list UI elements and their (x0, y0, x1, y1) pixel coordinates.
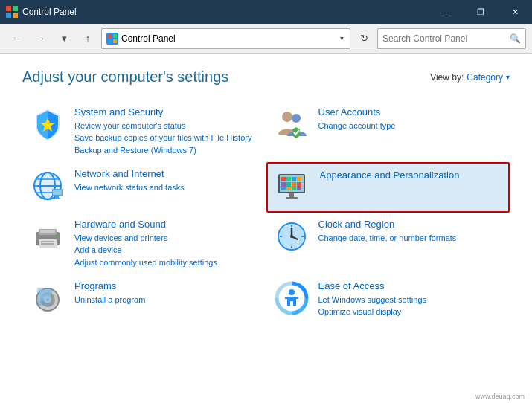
user-accounts-icon (274, 106, 310, 142)
ease-of-access-name[interactable]: Ease of Access (318, 280, 503, 293)
appearance-personalization-icon (275, 170, 311, 205)
programs-name[interactable]: Programs (74, 280, 259, 293)
appearance-personalization-text: Appearance and Personalization (320, 170, 501, 184)
user-accounts-links: Change account type (318, 120, 503, 132)
appearance-personalization-name[interactable]: Appearance and Personalization (320, 170, 501, 182)
search-icon[interactable]: 🔍 (510, 33, 521, 44)
network-internet-link-1[interactable]: View network status and tasks (74, 182, 259, 193)
svg-point-49 (290, 235, 293, 238)
svg-point-63 (289, 289, 295, 295)
refresh-button[interactable]: ↻ (353, 28, 374, 49)
page-header: Adjust your computer's settings View by:… (22, 68, 510, 86)
svg-rect-29 (292, 182, 296, 187)
category-programs[interactable]: Programs Uninstall a program (22, 274, 266, 324)
ease-of-access-text: Ease of Access Let Windows suggest setti… (318, 280, 503, 318)
network-internet-text: Network and Internet View network status… (74, 168, 259, 193)
svg-rect-20 (54, 198, 60, 199)
view-by-value[interactable]: Category (467, 72, 503, 83)
hardware-sound-name[interactable]: Hardware and Sound (74, 219, 259, 231)
address-dropdown-button[interactable]: ▾ (339, 34, 345, 42)
titlebar-title: Control Panel (22, 7, 77, 17)
ease-of-access-link-1[interactable]: Let Windows suggest settings (318, 294, 503, 306)
svg-rect-1 (13, 6, 18, 11)
system-security-name[interactable]: System and Security (74, 106, 259, 119)
svg-rect-18 (53, 190, 62, 195)
system-security-link-2[interactable]: Save backup copies of your files with Fi… (74, 132, 259, 144)
network-internet-name[interactable]: Network and Internet (74, 168, 259, 181)
svg-rect-26 (297, 177, 301, 181)
svg-rect-31 (281, 187, 286, 190)
category-network-internet[interactable]: Network and Internet View network status… (22, 162, 266, 213)
user-accounts-text: User Accounts Change account type (318, 106, 503, 132)
svg-rect-5 (113, 34, 117, 38)
categories-grid: System and Security Review your computer… (22, 100, 510, 324)
hardware-sound-icon (30, 219, 65, 254)
svg-rect-4 (108, 34, 112, 38)
svg-rect-28 (286, 182, 291, 187)
clock-region-links: Change date, time, or number formats (318, 233, 503, 244)
system-security-icon (30, 106, 65, 142)
view-by-arrow-icon[interactable]: ▾ (506, 73, 510, 81)
address-icon (106, 33, 118, 45)
svg-rect-7 (113, 39, 117, 43)
address-bar: Control Panel ▾ (101, 28, 350, 49)
svg-rect-27 (281, 182, 286, 187)
forward-button[interactable]: → (30, 28, 51, 49)
user-accounts-link-1[interactable]: Change account type (318, 120, 503, 132)
titlebar-controls: — ❐ ✕ (429, 0, 532, 24)
svg-rect-33 (292, 187, 296, 190)
ease-of-access-link-2[interactable]: Optimize visual display (318, 306, 503, 317)
hardware-sound-link-2[interactable]: Add a device (74, 245, 259, 256)
minimize-button[interactable]: — (429, 0, 464, 24)
hardware-sound-text: Hardware and Sound View devices and prin… (74, 219, 259, 268)
svg-rect-0 (6, 6, 11, 11)
category-system-security[interactable]: System and Security Review your computer… (22, 100, 266, 162)
titlebar-app-icon (6, 6, 18, 18)
maximize-button[interactable]: ❐ (464, 0, 498, 24)
hardware-sound-link-3[interactable]: Adjust commonly used mobility settings (74, 257, 259, 268)
clock-region-name[interactable]: Clock and Region (318, 219, 503, 231)
category-ease-of-access[interactable]: Ease of Access Let Windows suggest setti… (266, 274, 510, 324)
clock-region-link-1[interactable]: Change date, time, or number formats (318, 233, 503, 244)
recent-locations-button[interactable]: ▾ (54, 28, 74, 49)
user-accounts-name[interactable]: User Accounts (318, 106, 503, 119)
svg-rect-61 (39, 289, 51, 301)
programs-link-1[interactable]: Uninstall a program (74, 294, 259, 306)
svg-rect-40 (41, 241, 54, 242)
category-user-accounts[interactable]: User Accounts Change account type (266, 100, 510, 162)
system-security-link-3[interactable]: Backup and Restore (Windows 7) (74, 145, 259, 156)
system-security-link-1[interactable]: Review your computer's status (74, 120, 259, 132)
programs-text: Programs Uninstall a program (74, 280, 259, 306)
ease-of-access-icon (274, 280, 310, 316)
view-by-label: View by: (430, 72, 464, 83)
watermark: www.deuaq.com (475, 393, 525, 400)
svg-point-9 (282, 112, 292, 122)
ease-of-access-links: Let Windows suggest settings Optimize vi… (318, 294, 503, 318)
network-internet-icon (30, 168, 65, 204)
svg-point-10 (292, 114, 301, 123)
svg-rect-23 (281, 177, 286, 181)
close-button[interactable]: ✕ (498, 0, 532, 24)
system-security-text: System and Security Review your computer… (74, 106, 259, 156)
up-button[interactable]: ↑ (77, 28, 98, 49)
back-button[interactable]: ← (6, 28, 27, 49)
titlebar-left: Control Panel (6, 6, 77, 18)
programs-icon (30, 280, 65, 316)
address-text: Control Panel (121, 33, 336, 44)
content-area: Adjust your computer's settings View by:… (0, 54, 532, 403)
clock-region-icon (274, 219, 310, 254)
system-security-links: Review your computer's status Save backu… (74, 120, 259, 156)
svg-rect-43 (40, 230, 55, 233)
category-appearance-personalization[interactable]: Appearance and Personalization (266, 162, 510, 213)
titlebar: Control Panel — ❐ ✕ (0, 0, 532, 24)
search-input[interactable] (382, 33, 507, 44)
hardware-sound-link-1[interactable]: View devices and printers (74, 233, 259, 244)
category-hardware-sound[interactable]: Hardware and Sound View devices and prin… (22, 213, 266, 274)
navbar: ← → ▾ ↑ Control Panel ▾ ↻ 🔍 (0, 24, 532, 54)
svg-rect-24 (286, 177, 291, 181)
search-box: 🔍 (377, 28, 526, 49)
svg-rect-32 (286, 187, 291, 190)
view-by-control: View by: Category ▾ (430, 72, 510, 83)
category-clock-region[interactable]: Clock and Region Change date, time, or n… (266, 213, 510, 274)
svg-rect-6 (108, 39, 112, 43)
